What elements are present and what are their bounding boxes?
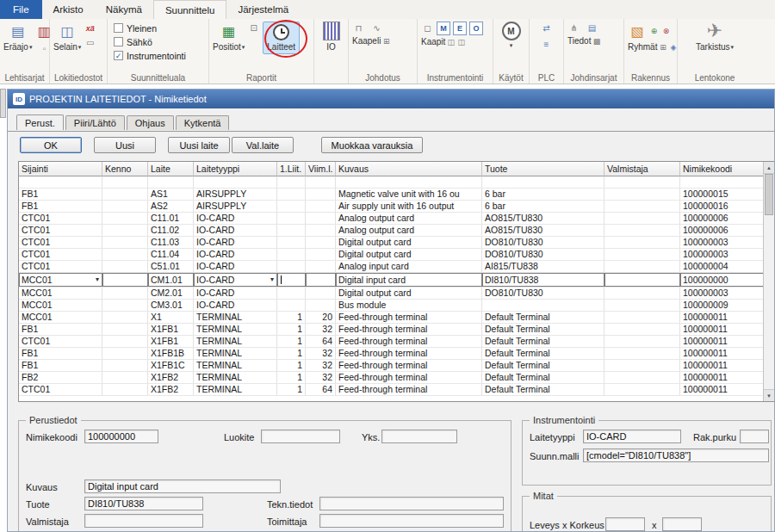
checkbox-instrumentointi[interactable]: Instrumentointi <box>114 49 186 62</box>
eraajo-button[interactable]: ▤ Eräajo▾ <box>3 22 32 52</box>
table-row[interactable]: CTC01C11.02IO-CARDAnalog output cardAO81… <box>19 225 763 237</box>
tab-ohjaus[interactable]: Ohjaus <box>127 115 174 130</box>
table-row[interactable]: CTC01C11.01IO-CARDAnalog output cardAO81… <box>19 213 763 225</box>
column-header-laitetyyppi[interactable]: Laitetyyppi <box>194 162 277 176</box>
tekn-tiedot-field[interactable] <box>319 497 504 510</box>
column-header-tuote[interactable]: Tuote <box>482 162 604 176</box>
cell-nimikekoodi[interactable]: 100000000 <box>680 273 763 287</box>
cell-liit[interactable] <box>277 273 306 287</box>
table-row[interactable]: MCC01X1TERMINAL120Feed-through terminalD… <box>19 312 763 324</box>
instrumentointi-checkbox-box[interactable] <box>114 51 123 60</box>
kaytot-button[interactable]: M ▾ <box>502 22 521 49</box>
wiring-connector-icon[interactable]: ⊓ <box>352 22 365 34</box>
menu-tab-nakyma[interactable]: Näkymä <box>95 0 153 19</box>
scroll-down-icon[interactable]: ▼ <box>764 389 774 401</box>
scrollbar-thumb[interactable] <box>765 174 773 215</box>
ok-button[interactable]: OK <box>20 137 82 153</box>
docked-panel-handle[interactable] <box>0 89 6 118</box>
vertical-scrollbar[interactable]: ▲ ▼ <box>763 162 774 401</box>
table-row[interactable]: CTC01C51.01IO-CARDAnalog input cardAI815… <box>19 261 763 273</box>
column-header-nimikekoodi[interactable]: Nimikekoodi <box>680 162 763 176</box>
table-row[interactable]: MCC01CM2.01IO-CARDDigital output cardDO8… <box>19 288 763 300</box>
cell-laitetyyppi[interactable]: IO-CARD▾ <box>194 273 277 287</box>
menu-tab-jarjestelma[interactable]: Järjestelmä <box>226 0 300 19</box>
column-header-viml[interactable]: Viim.l. <box>306 162 336 176</box>
tuote-field[interactable]: DI810/TU838 <box>84 497 203 510</box>
menu-tab-suunnittelu[interactable]: Suunnittelu <box>153 0 227 19</box>
muokkaa-varauksia-button[interactable]: Muokkaa varauksia <box>321 137 423 153</box>
sheet-small-icon[interactable]: ▫ <box>38 42 51 55</box>
table-row[interactable]: CTC01C11.03IO-CARDDigital output cardDO8… <box>19 237 763 249</box>
wire-check-icon[interactable]: ∿ <box>370 22 383 34</box>
scroll-up-icon[interactable]: ▲ <box>764 162 774 174</box>
window-titlebar[interactable]: ID PROJEKTIN LAITETIEDOT - Nimiketiedot <box>8 90 774 108</box>
table-row[interactable]: MCC01CM3.01IO-CARDBus module100000009 <box>19 300 763 312</box>
selain-button[interactable]: ◫ Selain▾ <box>53 22 81 52</box>
table-row[interactable]: FB2X1FB2TERMINAL132Feed-through terminal… <box>19 372 763 384</box>
remove-icon[interactable]: ⊗ <box>661 27 671 36</box>
checkbox-yleinen[interactable]: Yleinen <box>114 22 157 34</box>
val-laite-button[interactable]: Val.laite <box>232 137 294 153</box>
leveys-field[interactable] <box>605 517 645 531</box>
luokite-field[interactable] <box>261 430 340 443</box>
column-header-laite[interactable]: Laite <box>148 162 194 176</box>
tiedot-button[interactable]: Tiedot ▩ <box>567 36 601 46</box>
table-row-editing[interactable]: MCC01▾CM1.01IO-CARD▾Digital input cardDI… <box>19 273 763 288</box>
report-settings-icon[interactable]: ⊡ <box>247 22 260 34</box>
toimittaja-field[interactable] <box>319 514 504 528</box>
rak-purku-field[interactable] <box>740 430 769 443</box>
table-row[interactable]: CTC01C11.04IO-CARDDigital output cardDO8… <box>19 249 763 261</box>
table-row[interactable]: FB1X1FB1BTERMINAL132Feed-through termina… <box>19 348 763 360</box>
building-box-icon[interactable]: ▧ <box>628 22 647 40</box>
valmistaja-field[interactable] <box>84 514 203 528</box>
kaapeli-button[interactable]: Kaapeli ⊞ <box>352 36 391 46</box>
nimikekoodi-field[interactable]: 100000000 <box>84 430 158 443</box>
table-row[interactable]: CTC01X1FB2TERMINAL164Feed-through termin… <box>19 384 763 396</box>
cell-kenno[interactable] <box>102 273 148 287</box>
uusi-button[interactable]: Uusi <box>94 137 156 153</box>
column-header-valmistaja[interactable]: Valmistaja <box>604 162 680 176</box>
table-row[interactable]: FB1X1FB1CTERMINAL132Feed-through termina… <box>19 360 763 372</box>
instrument-o-icon[interactable]: O <box>469 22 483 35</box>
table-row[interactable] <box>19 176 763 189</box>
ryhmat-button[interactable]: Ryhmät ⊞ ◈ <box>628 42 678 52</box>
harness-branch-icon[interactable]: ⋔ <box>567 22 580 34</box>
log-file-icon[interactable]: ▭ <box>84 36 96 49</box>
cell-tuote[interactable]: DI810/TU838 <box>482 273 604 287</box>
table-row[interactable]: CTC01X1FB1TERMINAL164Feed-through termin… <box>19 336 763 348</box>
laitteet-button[interactable]: Laitteet <box>263 22 300 54</box>
harness-doc-icon[interactable]: ▤ <box>586 22 598 34</box>
tab-kytkenta[interactable]: Kytkentä <box>176 115 230 130</box>
tab-piiri-lahto[interactable]: Piiri/Lähtö <box>65 115 125 130</box>
column-header-kenno[interactable]: Kenno <box>102 162 148 176</box>
yleinen-checkbox-box[interactable] <box>114 23 123 33</box>
table-row[interactable]: FB1AS2AIRSUPPLYAir supply unit with 16 o… <box>19 201 763 213</box>
uusi-laite-button[interactable]: Uusi laite <box>168 137 230 153</box>
cell-valmistaja[interactable] <box>604 273 680 287</box>
suunn-malli-field[interactable]: [cmodel="DI810/TU838"] <box>583 448 769 462</box>
rename-log-icon[interactable]: xä <box>84 22 96 34</box>
positiot-button[interactable]: ▦ Positiot▾ <box>213 22 245 52</box>
table-row[interactable]: FB1X1FB1TERMINAL132Feed-through terminal… <box>19 324 763 336</box>
plc-link-icon[interactable]: ≡ <box>540 38 553 51</box>
yks-field[interactable] <box>381 430 457 443</box>
table-row[interactable]: FB1AS1AIRSUPPLYMagnetic valve unit with … <box>19 189 763 201</box>
add-icon[interactable]: ⊕ <box>649 27 659 36</box>
column-header-kuvaus[interactable]: Kuvaus <box>336 162 482 176</box>
cell-laite[interactable]: CM1.01 <box>148 273 194 287</box>
menu-tab-arkisto[interactable]: Arkisto <box>42 0 95 19</box>
checkbox-sahko[interactable]: Sähkö <box>114 35 152 48</box>
menu-tab-file[interactable]: File <box>0 0 42 19</box>
cell-viml[interactable] <box>306 273 336 287</box>
plc-import-icon[interactable]: ⇄ <box>540 22 553 34</box>
kaapit-button[interactable]: Kaapit ◫ ◫ <box>421 37 466 46</box>
kuvaus-field[interactable]: Digital input card <box>84 479 281 493</box>
instrument-m-icon[interactable]: M <box>437 22 450 35</box>
korkeus-field[interactable] <box>662 517 702 531</box>
cell-sijainti[interactable]: MCC01▾ <box>19 273 102 287</box>
io-button[interactable]: IO <box>323 22 340 52</box>
frame-icon[interactable]: ◻ <box>421 22 434 34</box>
chevron-down-icon[interactable]: ▾ <box>270 274 274 286</box>
column-header-sijainti[interactable]: Sijainti <box>19 162 102 176</box>
tarkistus-button[interactable]: ✈ Tarkistus▾ <box>696 22 734 52</box>
